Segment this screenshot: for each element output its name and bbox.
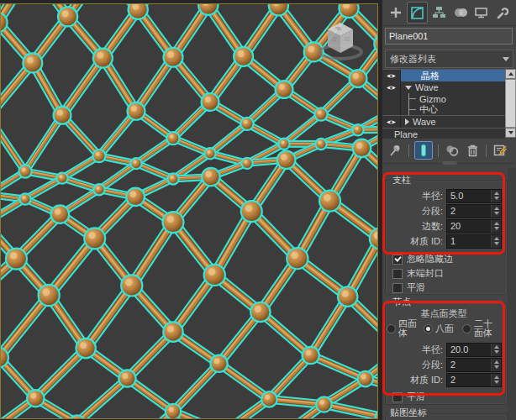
tab-display[interactable] (471, 3, 491, 23)
scroll-down-button[interactable] (505, 128, 516, 138)
viewport-3d[interactable] (0, 3, 378, 419)
radio-label: 八面 (435, 324, 454, 333)
field-label: 材质 ID: (389, 374, 446, 386)
joints-smooth-checkbox[interactable]: 平滑 (392, 391, 425, 402)
collapse-triangle-icon[interactable] (405, 118, 409, 125)
field-label: 半径: (389, 344, 446, 356)
panel-scrollbar[interactable] (508, 168, 516, 420)
test-tube-icon (419, 144, 429, 157)
struts-segments-row: 分段: 2 (389, 204, 502, 218)
field-label: 边数: (389, 220, 446, 233)
checkbox-icon[interactable] (392, 392, 403, 402)
configure-modifier-sets-button[interactable] (492, 142, 508, 159)
lattice-mesh[interactable] (1, 4, 377, 418)
spinner-icon[interactable] (491, 374, 501, 386)
hierarchy-icon (432, 6, 446, 19)
expand-triangle-icon[interactable] (405, 86, 412, 90)
viewcube[interactable] (315, 11, 366, 65)
ignore-hidden-edges-checkbox[interactable]: 忽略隐藏边 (392, 254, 453, 265)
stack-item-plane[interactable]: Plane (382, 128, 505, 140)
struts-smooth-checkbox[interactable]: 平滑 (392, 282, 425, 293)
spinner-icon[interactable] (491, 235, 501, 248)
spinner-icon[interactable] (491, 190, 501, 202)
joints-radius-field[interactable]: 20.0 (446, 343, 502, 357)
stack-item-wave-2[interactable]: Wave (382, 115, 505, 128)
radio-icon[interactable] (387, 324, 396, 333)
field-label: 材质 ID: (389, 235, 446, 248)
tree-branch-icon (408, 104, 419, 115)
stack-item-gizmo[interactable]: Gizmo (382, 93, 505, 104)
stack-item-lattice[interactable]: 晶格 (382, 70, 505, 81)
struts-material-id-field[interactable]: 1 (446, 234, 502, 249)
tab-utilities[interactable] (492, 3, 512, 23)
checkbox-label: 平滑 (407, 391, 425, 403)
scroll-up-button[interactable] (505, 69, 516, 79)
tab-hierarchy[interactable] (429, 3, 449, 23)
struts-radius-row: 半径: 5.0 (389, 189, 502, 202)
struts-group-title: 支柱 (390, 174, 413, 186)
checkbox-label: 忽略隐藏边 (407, 253, 453, 265)
field-label: 分段: (389, 205, 446, 218)
object-name-row (385, 28, 513, 45)
joints-radius-row: 半径: 20.0 (389, 343, 502, 356)
tab-motion[interactable] (450, 3, 470, 23)
spinner-icon[interactable] (491, 205, 501, 218)
stack-item-wave-1[interactable]: Wave (382, 81, 505, 93)
struts-sides-row: 边数: 20 (389, 219, 502, 233)
checkbox-icon[interactable] (392, 269, 403, 279)
eye-icon (386, 72, 397, 80)
display-icon (474, 6, 488, 19)
pin-stack-button[interactable] (387, 142, 403, 159)
stack-item-label: Wave (415, 82, 439, 92)
configure-sets-icon (493, 144, 508, 157)
visibility-eye-icon[interactable] (382, 116, 401, 128)
checkbox-icon[interactable] (392, 283, 403, 293)
spinner-icon[interactable] (491, 220, 501, 233)
spinner-icon[interactable] (491, 344, 501, 356)
eye-icon (386, 118, 397, 126)
radio-icosa[interactable]: 二十面体 (462, 319, 494, 338)
joints-segments-field[interactable]: 2 (446, 358, 502, 372)
toolbar-divider (438, 144, 439, 157)
field-value: 20 (447, 221, 491, 231)
utilities-wrench-icon (495, 6, 509, 20)
checkbox-label: 平滑 (407, 281, 425, 294)
checkbox-icon[interactable] (392, 255, 403, 265)
modifier-list-dropdown[interactable]: 修改器列表 (385, 50, 513, 68)
joints-segments-row: 分段: 2 (389, 358, 502, 371)
make-unique-button[interactable] (444, 142, 461, 159)
stack-scrollbar[interactable] (505, 69, 516, 138)
modifier-stack: 晶格 Wave Gizmo 中心 (382, 69, 505, 139)
radio-octa[interactable]: 八面 (424, 324, 462, 333)
visibility-eye-icon[interactable] (382, 81, 401, 93)
show-end-result-button[interactable] (414, 141, 433, 160)
visibility-eye-icon[interactable] (382, 70, 401, 81)
radio-tetra[interactable]: 四面体 (387, 319, 424, 338)
end-caps-checkbox[interactable]: 末端封口 (392, 268, 444, 279)
parameters-rollout: 支柱 半径: 5.0 分段: 2 边数: 20 (382, 168, 516, 420)
struts-radius-field[interactable]: 5.0 (446, 189, 502, 203)
stack-item-label: 中心 (419, 103, 438, 116)
stack-item-label: Plane (394, 129, 418, 139)
radio-icon[interactable] (424, 324, 433, 333)
modifier-list-label: 修改器列表 (390, 53, 436, 66)
tab-create[interactable] (386, 3, 405, 23)
pin-icon (388, 144, 402, 157)
application-window: 修改器列表 晶格 Wave (0, 0, 516, 420)
joints-material-id-field[interactable]: 2 (446, 373, 502, 387)
command-panel: 修改器列表 晶格 Wave (382, 0, 516, 420)
struts-material-id-row: 材质 ID: 1 (389, 234, 502, 248)
radio-label: 二十面体 (474, 319, 494, 338)
spinner-icon[interactable] (491, 359, 501, 371)
field-value: 2 (447, 360, 491, 370)
scroll-thumb[interactable] (505, 79, 516, 128)
chevron-down-icon (503, 57, 509, 61)
eye-column (382, 93, 401, 104)
object-name-input[interactable] (385, 28, 513, 45)
struts-sides-field[interactable]: 20 (446, 219, 502, 234)
tab-modify[interactable] (407, 2, 428, 24)
remove-modifier-button[interactable] (464, 142, 481, 159)
struts-segments-field[interactable]: 2 (446, 204, 502, 218)
radio-icon[interactable] (462, 324, 471, 333)
stack-item-center[interactable]: 中心 (382, 104, 505, 115)
